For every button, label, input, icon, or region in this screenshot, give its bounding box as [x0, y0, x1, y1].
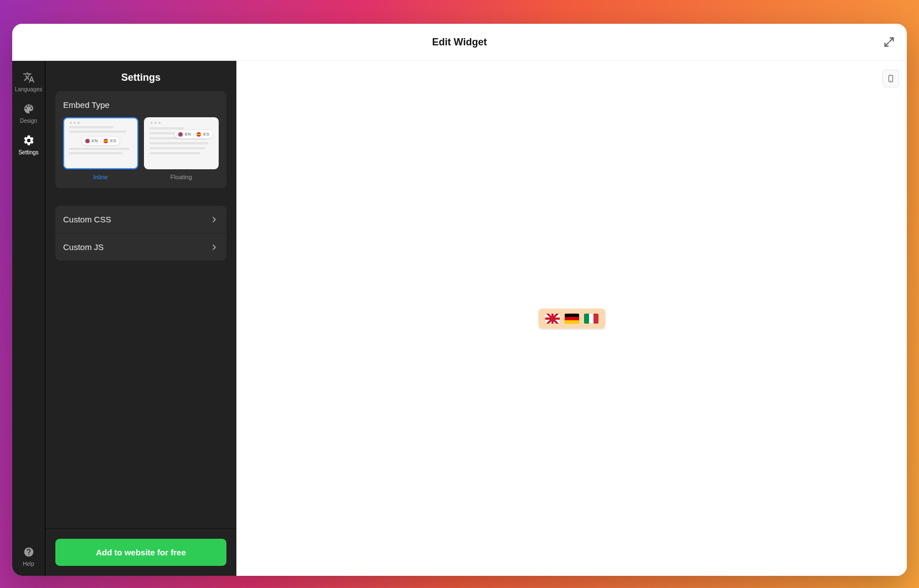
flag-de-icon[interactable]: [565, 314, 579, 324]
flag-es-icon: [104, 139, 108, 143]
embed-option-inline[interactable]: EN / ES Inline: [63, 117, 138, 180]
gear-icon: [22, 134, 35, 147]
lang-pill: EN / ES: [81, 136, 120, 145]
nav-item-help[interactable]: Help: [12, 540, 45, 576]
mobile-preview-toggle[interactable]: [882, 70, 899, 87]
modal-title: Edit Widget: [432, 37, 487, 48]
chevron-right-icon: [210, 243, 219, 252]
flag-en-icon: [85, 139, 90, 143]
embed-thumb-floating: EN / ES: [144, 117, 219, 169]
row-custom-css[interactable]: Custom CSS: [55, 206, 226, 233]
language-widget[interactable]: [539, 309, 605, 329]
lang-pill: EN / ES: [174, 129, 213, 139]
embed-type-options: EN / ES Inline: [63, 117, 219, 180]
modal-header: Edit Widget: [12, 24, 907, 61]
nav-item-languages[interactable]: Languages: [12, 65, 45, 97]
side-nav: Languages Design Settings Help: [12, 61, 45, 576]
embed-option-floating[interactable]: EN / ES Floating: [144, 117, 219, 180]
row-custom-js[interactable]: Custom JS: [55, 233, 226, 261]
modal-body: Languages Design Settings Help: [12, 61, 907, 576]
nav-label: Settings: [18, 149, 38, 155]
nav-item-design[interactable]: Design: [12, 97, 45, 128]
row-label: Custom CSS: [63, 215, 111, 224]
nav-label: Design: [20, 118, 37, 124]
pill-lang: ES: [110, 138, 116, 143]
smartphone-icon: [887, 73, 895, 84]
palette-icon: [22, 102, 35, 116]
flag-en-icon: [178, 132, 183, 137]
embed-type-label: Embed Type: [63, 100, 219, 110]
advanced-rows: Custom CSS Custom JS: [55, 206, 226, 261]
pill-lang: ES: [203, 132, 209, 137]
expand-icon: [884, 37, 895, 48]
edit-widget-modal: Edit Widget Languages Design: [12, 24, 907, 576]
window-dots-icon: [149, 122, 214, 126]
settings-footer: Add to website for free: [45, 528, 236, 576]
embed-caption: Floating: [171, 174, 192, 180]
embed-caption: Inline: [94, 174, 108, 180]
nav-item-settings[interactable]: Settings: [12, 128, 45, 160]
settings-panel: Settings Embed Type EN /: [45, 61, 236, 576]
pill-lang: EN: [185, 132, 191, 137]
pill-lang: EN: [92, 138, 98, 143]
flag-it-icon[interactable]: [584, 314, 598, 324]
embed-thumb-inline: EN / ES: [63, 117, 138, 169]
translate-icon: [22, 71, 35, 84]
panel-title: Settings: [55, 69, 226, 91]
flag-es-icon: [197, 132, 201, 137]
row-label: Custom JS: [63, 242, 104, 252]
preview-area: [236, 61, 907, 576]
window-dots-icon: [69, 122, 133, 126]
embed-type-card: Embed Type EN / E: [55, 91, 226, 188]
flag-uk-icon[interactable]: [545, 314, 560, 324]
nav-label: Help: [23, 561, 34, 567]
add-to-website-button[interactable]: Add to website for free: [55, 539, 226, 566]
chevron-right-icon: [210, 215, 219, 224]
expand-button[interactable]: [881, 34, 897, 50]
help-icon: [22, 545, 35, 559]
nav-label: Languages: [15, 86, 43, 92]
